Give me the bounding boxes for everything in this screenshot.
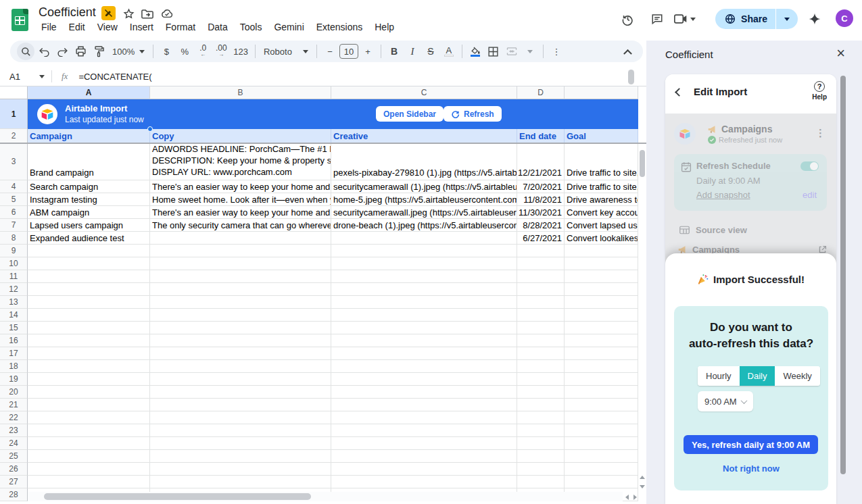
cell-end-date[interactable]: 11/30/2021: [517, 206, 565, 219]
open-sidebar-button[interactable]: Open Sidebar: [376, 106, 444, 122]
cell-goal[interactable]: Drive traffic to site, C: [565, 180, 638, 193]
document-title[interactable]: Coefficient: [39, 5, 96, 20]
column-header-a[interactable]: A: [28, 86, 150, 99]
empty-cell[interactable]: [331, 245, 517, 257]
row-number[interactable]: 6: [0, 206, 28, 219]
empty-cell[interactable]: [28, 296, 150, 309]
row-number[interactable]: 18: [0, 360, 28, 373]
decrease-decimal-button[interactable]: .0←: [194, 43, 212, 60]
empty-cell[interactable]: [150, 245, 331, 257]
cell-copy[interactable]: ADWORDS HEADLINE: PorchCam—The #1 Dron D…: [150, 143, 331, 180]
empty-cell[interactable]: [565, 334, 638, 347]
row-number-2[interactable]: 2: [0, 129, 28, 143]
empty-cell[interactable]: [28, 309, 150, 322]
cell-campaign[interactable]: Brand campaign: [28, 143, 150, 180]
cell-copy[interactable]: Home sweet home. Look after it—even when…: [150, 193, 331, 206]
empty-cell[interactable]: [331, 437, 517, 450]
empty-cell[interactable]: [331, 347, 517, 360]
cell-end-date[interactable]: 11/8/2021: [517, 193, 565, 206]
selection-fill-handle[interactable]: [147, 126, 153, 132]
row-number[interactable]: 5: [0, 193, 28, 206]
menu-edit[interactable]: Edit: [64, 20, 90, 34]
empty-cell[interactable]: [150, 411, 331, 424]
time-select[interactable]: 9:00 AM: [698, 391, 753, 411]
font-size-input[interactable]: 10: [339, 44, 358, 59]
empty-cell[interactable]: [565, 283, 638, 296]
help-button[interactable]: ? Help: [812, 81, 827, 101]
empty-cell[interactable]: [517, 399, 565, 411]
formula-bar-scrollbar[interactable]: [628, 70, 634, 84]
empty-cell[interactable]: [517, 270, 565, 283]
refresh-button[interactable]: Refresh: [444, 106, 502, 122]
airtable-import-banner[interactable]: Airtable Import Last updated just now Op…: [28, 99, 638, 129]
empty-cell[interactable]: [150, 296, 331, 309]
select-all-corner[interactable]: [0, 86, 28, 99]
empty-cell[interactable]: [28, 270, 150, 283]
cell-campaign[interactable]: Expanded audience test: [28, 232, 150, 245]
share-button[interactable]: Share: [715, 9, 775, 29]
row-number[interactable]: 20: [0, 386, 28, 399]
source-view-row[interactable]: Source view: [679, 225, 747, 235]
empty-cell[interactable]: [517, 437, 565, 450]
cell-copy[interactable]: There's an easier way to keep your home …: [150, 206, 331, 219]
gemini-sparkle-icon[interactable]: [806, 10, 823, 28]
more-toolbar-button[interactable]: ⋮: [548, 43, 565, 60]
search-icon[interactable]: [17, 43, 34, 60]
empty-cell[interactable]: [150, 257, 331, 270]
empty-cell[interactable]: [150, 463, 331, 476]
scroll-up-button[interactable]: [638, 473, 646, 481]
empty-cell[interactable]: [517, 360, 565, 373]
option-weekly[interactable]: Weekly: [775, 366, 819, 386]
empty-cell[interactable]: [150, 347, 331, 360]
empty-cell[interactable]: [28, 437, 150, 450]
empty-cell[interactable]: [150, 450, 331, 463]
cell-creative[interactable]: drone-beach (1).jpeg (https://v5.airtabl…: [331, 219, 517, 232]
cell-creative[interactable]: securitycamerawall (1).jpeg (https://v5.…: [331, 180, 517, 193]
menu-help[interactable]: Help: [370, 20, 399, 34]
empty-cell[interactable]: [150, 476, 331, 488]
empty-cell[interactable]: [150, 373, 331, 386]
empty-cell[interactable]: [331, 322, 517, 334]
empty-cell[interactable]: [28, 347, 150, 360]
row-number[interactable]: 3: [0, 143, 28, 180]
empty-cell[interactable]: [28, 257, 150, 270]
empty-cell[interactable]: [28, 283, 150, 296]
meet-video-icon[interactable]: [672, 10, 698, 28]
cell-end-date[interactable]: 8/28/2021: [517, 219, 565, 232]
empty-cell[interactable]: [517, 373, 565, 386]
cell-goal[interactable]: Drive awareness to: [565, 193, 638, 206]
cloud-status-icon[interactable]: [161, 7, 173, 20]
empty-cell[interactable]: [565, 463, 638, 476]
font-select[interactable]: Roboto: [260, 43, 312, 60]
sidebar-scrollbar[interactable]: [840, 76, 846, 474]
option-hourly[interactable]: Hourly: [698, 366, 740, 386]
cell-campaign[interactable]: Instagram testing: [28, 193, 150, 206]
empty-cell[interactable]: [565, 360, 638, 373]
strikethrough-button[interactable]: S: [422, 43, 439, 60]
header-copy[interactable]: Copy: [150, 129, 331, 143]
cell-campaign[interactable]: ABM campaign: [28, 206, 150, 219]
empty-cell[interactable]: [331, 424, 517, 437]
cell-end-date[interactable]: 7/20/2021: [517, 180, 565, 193]
row-number[interactable]: 9: [0, 245, 28, 257]
add-snapshot-link[interactable]: Add snapshot: [696, 190, 750, 200]
cell-copy[interactable]: There's an easier way to keep your home …: [150, 180, 331, 193]
decrease-font-size-button[interactable]: −: [321, 43, 339, 60]
row-number[interactable]: 21: [0, 399, 28, 411]
cell-creative[interactable]: pexels-pixabay-279810 (1).jpg (https://v…: [331, 143, 517, 180]
format-currency-button[interactable]: $: [158, 43, 175, 60]
row-number[interactable]: 17: [0, 347, 28, 360]
header-goal[interactable]: Goal: [565, 129, 638, 143]
row-number[interactable]: 24: [0, 437, 28, 450]
row-number[interactable]: 22: [0, 411, 28, 424]
empty-cell[interactable]: [331, 296, 517, 309]
empty-cell[interactable]: [28, 334, 150, 347]
star-icon[interactable]: [122, 7, 135, 20]
empty-cell[interactable]: [150, 424, 331, 437]
hide-menus-button[interactable]: [619, 43, 636, 60]
empty-cell[interactable]: [331, 334, 517, 347]
increase-decimal-button[interactable]: .00→: [212, 43, 230, 60]
column-header-e[interactable]: [565, 86, 638, 99]
empty-cell[interactable]: [565, 309, 638, 322]
account-avatar[interactable]: C: [836, 9, 853, 27]
